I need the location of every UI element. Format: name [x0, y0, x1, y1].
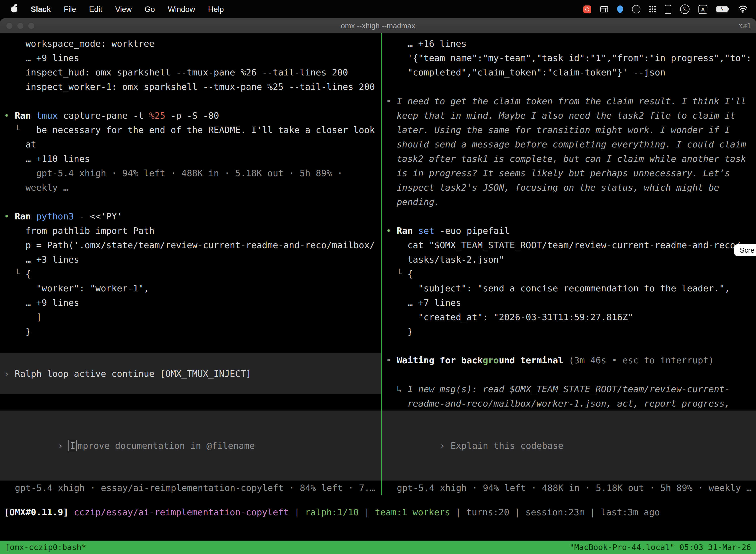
text-segment: tmux	[36, 110, 58, 121]
text-segment	[68, 507, 74, 517]
text-segment: … +110 lines	[4, 153, 90, 164]
terminal-line: • Working (6m 38s • esc to interrupt)	[0, 408, 381, 410]
device-icon[interactable]	[665, 5, 671, 14]
text-segment: task2 after task1 is complete, but can I…	[386, 153, 746, 164]
disc-icon[interactable]	[632, 5, 640, 13]
close-button[interactable]	[6, 22, 13, 29]
table-grid-icon[interactable]	[600, 6, 608, 12]
text-segment: |	[585, 507, 601, 517]
text-segment: und terminal	[499, 355, 563, 365]
text-segment: … +7 lines	[386, 297, 461, 308]
text-segment: … +9 lines	[4, 53, 79, 63]
text-segment: inspect_worker-1: omx sparkshell --tmux-…	[4, 81, 375, 92]
model-status-line-left: gpt-5.4 xhigh · essay/ai-reimplementatio…	[0, 481, 381, 495]
text-segment: session:23m	[525, 507, 584, 517]
terminal-line: "completed","claim_token":"claim-token"}…	[382, 65, 756, 79]
terminal-line: gpt-5.4 xhigh · 94% left · 488K in · 5.1…	[0, 166, 381, 180]
zoom-button[interactable]	[28, 22, 35, 29]
wifi-icon[interactable]	[738, 5, 748, 13]
text-segment: }	[386, 326, 413, 337]
terminal-output-left: workspace_mode: worktree … +9 lines insp…	[0, 33, 381, 410]
dots-grid-icon[interactable]	[649, 6, 656, 12]
notice-band: › Ralph loop active continue [OMX_TMUX_I…	[0, 353, 381, 394]
text-segment: cczip/essay/ai-reimplementation-copyleft	[74, 507, 289, 517]
terminal-line: }	[0, 324, 381, 339]
terminal-line: cat "$OMX_TEAM_STATE_ROOT/team/review-cu…	[382, 238, 756, 252]
minimize-button[interactable]	[17, 22, 24, 29]
text-segment: p = Path('.omx/state/team/review-current…	[4, 240, 375, 250]
terminal-line: ↳ 1 new msg(s): read $OMX_TEAM_STATE_ROO…	[382, 382, 756, 396]
text-segment: {	[407, 269, 413, 279]
apple-logo-icon	[10, 4, 18, 12]
menu-edit[interactable]: Edit	[82, 5, 109, 14]
terminal-line: • Ran set -euo pipefail	[382, 223, 756, 238]
text-segment: later. Using the same for transition mig…	[386, 125, 730, 135]
text-segment: ralph:1/10	[305, 507, 359, 517]
terminal-line	[0, 195, 381, 209]
menu-go[interactable]: Go	[138, 5, 161, 14]
text-segment: pending.	[386, 197, 440, 207]
app-menu-slack[interactable]: Slack	[24, 5, 57, 14]
terminal-line: at	[0, 137, 381, 151]
terminal-line: keep that in mind. Maybe I also need the…	[382, 108, 756, 123]
input-source-icon[interactable]: A	[698, 5, 707, 14]
terminal-line: inspect_worker-1: omx sparkshell --tmux-…	[0, 79, 381, 94]
text-segment: last:3m ago	[601, 507, 660, 517]
menu-bar-left: Slack File Edit View Go Window Help	[4, 4, 231, 14]
dots-grid-dots	[649, 6, 651, 7]
window-title: omx --xhigh --madmax	[0, 21, 756, 30]
pane-right[interactable]: … +16 lines '{"team_name":"my-team","tas…	[382, 33, 756, 495]
text-cursor: I	[68, 440, 77, 451]
terminal-line: … +7 lines	[382, 295, 756, 310]
droplet-icon[interactable]	[617, 5, 623, 13]
text-segment: I need to get the claim token from the c…	[397, 96, 746, 106]
composer-input-right[interactable]: ›Explain this codebase	[382, 410, 756, 481]
terminal-line	[0, 394, 381, 408]
text-segment: weekly …	[4, 182, 68, 192]
menu-help[interactable]: Help	[202, 5, 231, 14]
terminal-line: • Ran tmux capture-pane -t %25 -p -S -80	[0, 108, 381, 123]
terminal-line: └ be necessary for the end of the README…	[0, 123, 381, 137]
tmux-status-bar: [omx-cczip0:bash* "MacBook-Pro-44.local"…	[0, 541, 756, 554]
screenshot-popover[interactable]: Scre	[734, 244, 756, 256]
text-segment: Ran	[397, 225, 418, 236]
pane-left[interactable]: workspace_mode: worktree … +9 lines insp…	[0, 33, 381, 495]
terminal-line: from pathlib import Path	[0, 223, 381, 238]
terminal-line: • I need to get the claim token from the…	[382, 94, 756, 108]
tmux-panes: workspace_mode: worktree … +9 lines insp…	[0, 33, 756, 495]
menu-window[interactable]: Window	[161, 5, 201, 14]
text-segment: •	[386, 96, 397, 106]
terminal-line: └ {	[0, 267, 381, 281]
terminal-line: "worker": "worker-1",	[0, 281, 381, 295]
text-segment: Ralph loop active continue [OMX_TMUX_INJ…	[15, 368, 251, 379]
record-indicator-icon[interactable]	[583, 5, 591, 13]
gauge-badge-icon[interactable]: 61	[680, 4, 690, 14]
text-segment: turns:20	[466, 507, 509, 517]
terminal-line	[382, 339, 756, 353]
composer-input-left[interactable]: ›Improve documentation in @filename	[0, 410, 381, 481]
text-segment: … +9 lines	[4, 297, 79, 308]
text-segment: "completed","claim_token":"claim-token"}…	[386, 67, 666, 77]
text-segment: └	[4, 269, 25, 279]
menu-view[interactable]: View	[109, 5, 138, 14]
terminal-line: task2 after task1 is complete, but can I…	[382, 151, 756, 166]
macos-desktop: Slack File Edit View Go Window Help 61 A…	[0, 0, 756, 554]
text-segment: 1 new msg(s): read $OMX_TEAM_STATE_ROOT/…	[407, 384, 730, 394]
apple-menu[interactable]	[4, 4, 24, 14]
window-titlebar: omx --xhigh --madmax ⌥⌘1	[0, 18, 756, 33]
terminal-line: tasks/task-2.json"	[382, 252, 756, 267]
terminal-line: … +110 lines	[0, 151, 381, 166]
menu-file[interactable]: File	[57, 5, 82, 14]
text-segment: is in progress? It seems likely but perh…	[386, 168, 730, 178]
composer-prompt: ›	[58, 440, 63, 451]
text-segment: inspect_hud: omx sparkshell --tmux-pane …	[4, 67, 348, 77]
terminal-line: "created_at": "2026-03-31T11:59:27.816Z"	[382, 310, 756, 324]
text-segment: team:1 workers	[375, 507, 450, 517]
battery-icon[interactable]: ϟ	[716, 6, 729, 12]
tmux-session-label: [omx-cczip0:bash*	[5, 543, 86, 552]
text-segment: '{"team_name":"my-team","task_id":"1","f…	[386, 53, 752, 63]
composer-placeholder: Explain this codebase	[450, 440, 563, 451]
text-segment: Ran	[15, 110, 36, 121]
text-segment: "worker": "worker-1",	[4, 283, 149, 293]
text-segment: ↳	[386, 384, 407, 394]
